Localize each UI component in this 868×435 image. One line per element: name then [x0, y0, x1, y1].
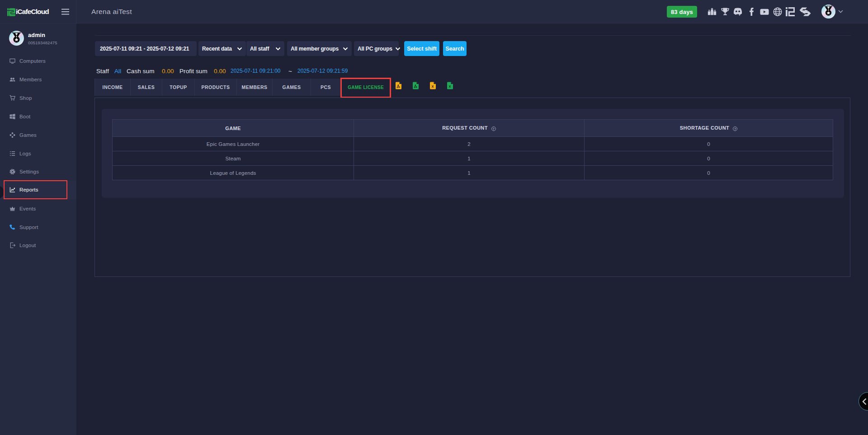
- svg-text:x: x: [448, 84, 451, 89]
- svg-text:x: x: [431, 84, 434, 89]
